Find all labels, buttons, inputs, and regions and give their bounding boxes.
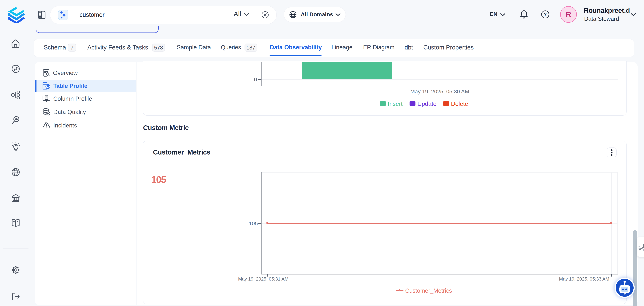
svg-text:?: ? (544, 12, 547, 17)
